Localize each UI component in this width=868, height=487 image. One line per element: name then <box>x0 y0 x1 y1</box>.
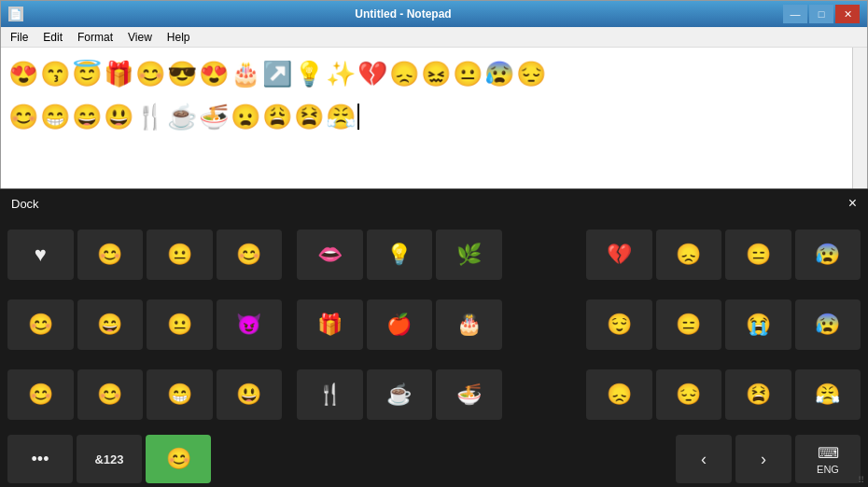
dock-eng-button[interactable]: ⌨ ENG <box>795 435 861 483</box>
dock-cell-angry[interactable]: 😤 <box>795 369 861 420</box>
dock-cell-brokenheart[interactable]: 💔 <box>586 230 652 280</box>
dock-row-3: 😊 😊 😁 😃 🍴 ☕ 🍜 😞 😔 😫 😤 <box>7 361 861 427</box>
dock-emoji-button[interactable]: 😊 <box>146 435 211 483</box>
menu-format[interactable]: Format <box>70 29 120 46</box>
menu-edit[interactable]: Edit <box>35 29 70 46</box>
ellipsis-icon: ••• <box>32 450 49 469</box>
dock-num-button[interactable]: &123 <box>77 435 142 483</box>
dock-cell-smile4[interactable]: 😊 <box>77 369 144 420</box>
dock-cell-neutral2[interactable]: 😐 <box>147 299 213 350</box>
dock-ellipsis-button[interactable]: ••• <box>7 435 73 483</box>
text-line-1: 😍 😙 😇 🎁 😊 😎 😍 🎂 ↗️ 💡 ✨ 💔 😞 😖 😐 😰 😔 <box>8 55 860 94</box>
dock-cell-neutral1[interactable]: 😐 <box>147 230 213 280</box>
dock-cell-empty3 <box>517 369 583 420</box>
dock-bottom-bar: ••• &123 😊 ‹ › ⌨ ENG <box>0 431 868 487</box>
dock-header: Dock × <box>0 189 868 217</box>
dock-cell-grin1[interactable]: 😄 <box>77 299 144 350</box>
dock-cell-bulb[interactable]: 💡 <box>367 230 433 280</box>
dock-cell-expressionless2[interactable]: 😑 <box>656 299 722 350</box>
dock-cell-smile2[interactable]: 😊 <box>7 299 74 350</box>
dock-cell-smile3[interactable]: 😊 <box>7 369 74 420</box>
num-label: &123 <box>94 452 123 466</box>
dock-spacer <box>215 435 672 483</box>
dock-arrow-right-button[interactable]: › <box>735 435 791 483</box>
dock-cell-lips[interactable]: 👄 <box>297 230 363 280</box>
dock-cell-crying[interactable]: 😭 <box>725 299 791 350</box>
arrow-left-icon: ‹ <box>701 450 707 469</box>
window-title: Untitled - Notepad <box>23 7 783 21</box>
dock-cell-happy2[interactable]: 😃 <box>217 369 283 420</box>
menu-bar: File Edit Format View Help <box>1 27 867 48</box>
menu-file[interactable]: File <box>3 29 35 46</box>
dock-cell-tired[interactable]: 😫 <box>725 369 791 420</box>
dock-cell-relieved[interactable]: 😌 <box>586 299 652 350</box>
dock-cell-noodle[interactable]: 🍜 <box>436 369 502 420</box>
dock-cell-heart[interactable]: ♥ <box>7 230 74 280</box>
dock-cell-anxious1[interactable]: 😰 <box>795 230 861 280</box>
emoji-active-icon: 😊 <box>166 447 191 471</box>
dock-row-1: ♥ 😊 😐 😊 👄 💡 🌿 💔 😞 😑 😰 <box>7 221 861 287</box>
resize-handle[interactable]: ⠿ <box>858 475 864 485</box>
minimize-button[interactable]: — <box>783 5 807 23</box>
title-bar: 📄 Untitled - Notepad — □ ✕ <box>1 1 867 27</box>
dock-grid: ♥ 😊 😐 😊 👄 💡 🌿 💔 😞 😑 😰 😊 😄 😐 <box>0 217 868 431</box>
dock-cell-expressionless1[interactable]: 😑 <box>725 230 791 280</box>
app-icon: 📄 <box>8 7 23 21</box>
keyboard-icon: ⌨ <box>818 444 839 462</box>
text-line-2: 😊 😁 😄 😃 🍴 ☕ 🍜 😦 😩 😫 😤 <box>8 98 860 137</box>
dock-arrow-left-button[interactable]: ‹ <box>676 435 732 483</box>
arrow-right-icon: › <box>761 450 766 469</box>
eng-label: ENG <box>817 464 839 475</box>
text-cursor <box>357 104 359 130</box>
dock-cell-empty2 <box>517 299 583 350</box>
menu-view[interactable]: View <box>120 29 160 46</box>
dock-cell-gift[interactable]: 🎁 <box>297 299 363 350</box>
dock-cell-plant[interactable]: 🌿 <box>436 230 502 280</box>
dock-cell-cake[interactable]: 🎂 <box>436 299 502 350</box>
dock-row-2: 😊 😄 😐 😈 🎁 🍎 🎂 😌 😑 😭 😰 <box>7 291 861 357</box>
eng-content: ⌨ ENG <box>817 444 839 475</box>
main-window: 📄 Untitled - Notepad — □ ✕ File Edit For… <box>0 0 868 487</box>
maximize-button[interactable]: □ <box>809 5 833 23</box>
dock-cell-grin2[interactable]: 😁 <box>147 369 213 420</box>
close-button[interactable]: ✕ <box>835 5 860 23</box>
dock-cell-fork[interactable]: 🍴 <box>297 369 363 420</box>
dock-panel: Dock × ♥ 😊 😐 😊 👄 💡 🌿 💔 😞 😑 😰 <box>0 188 868 487</box>
dock-cell-smile1[interactable]: 😊 <box>77 230 144 280</box>
window-controls: — □ ✕ <box>783 5 860 23</box>
dock-cell-pensive[interactable]: 😔 <box>656 369 722 420</box>
dock-cell-anxious2[interactable]: 😰 <box>795 299 861 350</box>
dock-cell-sad1[interactable]: 😞 <box>656 230 722 280</box>
menu-help[interactable]: Help <box>160 29 198 46</box>
dock-close-button[interactable]: × <box>848 195 857 212</box>
dock-cell-empty1 <box>517 230 583 280</box>
dock-cell-devil[interactable]: 😈 <box>217 299 283 350</box>
dock-cell-happy1[interactable]: 😊 <box>217 230 283 280</box>
dock-title: Dock <box>11 197 39 211</box>
dock-cell-apple[interactable]: 🍎 <box>367 299 433 350</box>
dock-cell-sad2[interactable]: 😞 <box>586 369 652 420</box>
dock-cell-coffee[interactable]: ☕ <box>367 369 433 420</box>
